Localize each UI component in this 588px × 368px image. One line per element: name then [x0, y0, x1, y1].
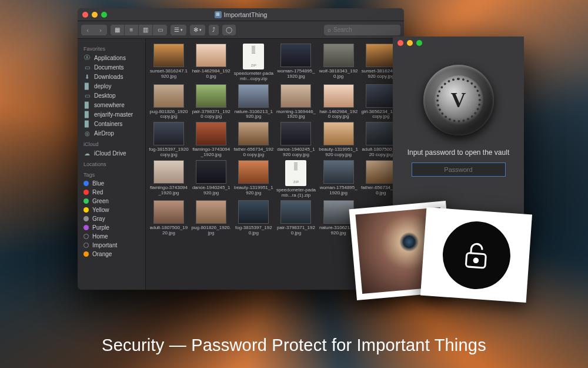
file-item[interactable]: sunset-3816247.1920.jpg — [148, 44, 189, 82]
view-icon-button[interactable]: ▦ — [111, 25, 125, 35]
sidebar-item-label: Gray — [92, 216, 105, 222]
tags-button[interactable]: ◯ — [222, 25, 236, 35]
sidebar-item-desktop[interactable]: ▭Desktop — [78, 91, 145, 100]
search-input[interactable] — [333, 26, 397, 33]
finder-sidebar: Favorites ⒶApplications▭Documents⬇Downlo… — [78, 39, 146, 290]
search-icon: ⌕ — [328, 26, 331, 33]
file-name: woman-1754895_1920.jpg — [276, 69, 316, 79]
sidebar-item-airdrop[interactable]: ◎AirDrop — [78, 128, 145, 138]
share-button[interactable]: ⤴ — [209, 25, 219, 35]
sidebar-item-label: Orange — [92, 251, 112, 257]
sidebar-item-deploy[interactable]: ▉deploy — [78, 81, 145, 91]
sidebar-item-label: Red — [92, 189, 103, 195]
file-name: pug-801826_1920.jpg — [191, 226, 231, 236]
traffic-lights — [82, 12, 107, 18]
image-thumbnail — [323, 160, 354, 184]
sidebar-item-label: enjarify-master — [94, 111, 133, 118]
view-gallery-button[interactable]: ▭ — [153, 25, 167, 35]
search-box[interactable]: ⌕ — [324, 25, 400, 35]
action-button[interactable]: ✻ ▾ — [190, 25, 205, 35]
finder-titlebar: ⊞ ImportantThing — [78, 8, 404, 21]
file-item[interactable]: speedometer-padamb...copy.zip — [233, 44, 274, 82]
sidebar-item-icloud-drive[interactable]: ☁iCloud Drive — [78, 148, 145, 158]
sidebar-tag-yellow[interactable]: Yellow — [78, 205, 145, 214]
arrange-button[interactable]: ☰ ▾ — [171, 25, 186, 35]
sidebar-item-containers[interactable]: ▉Containers — [78, 119, 145, 128]
file-item[interactable]: hair-1462984_1920 copy.jpg — [318, 84, 359, 120]
sidebar-tag-home[interactable]: Home — [78, 232, 145, 241]
sidebar-item-label: Documents — [94, 64, 124, 71]
sidebar-item-label: iCloud Drive — [94, 150, 126, 157]
image-thumbnail — [280, 44, 311, 67]
sidebar-tag-orange[interactable]: Orange — [78, 250, 145, 258]
file-item[interactable]: fog-3815397_1920 copy.jpg — [148, 122, 189, 158]
file-item[interactable]: dance-1940245_1920.jpg — [191, 160, 232, 198]
nav-buttons: ‹ › — [81, 25, 107, 35]
file-item[interactable]: hair-1462984_1920.jpg — [191, 44, 232, 82]
apps-icon: Ⓐ — [83, 54, 91, 61]
vault-maximize-button[interactable] — [416, 40, 422, 46]
file-item[interactable]: beauty-1319951_1920 copy.jpg — [318, 122, 359, 158]
file-name: nature-3106213_1920.jpg — [233, 110, 273, 120]
sidebar-tag-purple[interactable]: Purple — [78, 223, 145, 232]
image-thumbnail — [280, 84, 311, 108]
file-item[interactable]: fog-3815397_1920.jpg — [233, 200, 274, 236]
sidebar-item-label: Containers — [94, 121, 122, 127]
file-item[interactable]: pair-3798371_1920.jpg — [275, 200, 316, 236]
lock-circle — [440, 219, 513, 291]
file-item[interactable]: pug-801826_1920 copy.jpg — [148, 84, 189, 120]
window-title-text: ImportantThing — [224, 11, 268, 18]
sidebar-item-applications[interactable]: ⒶApplications — [78, 53, 145, 62]
sidebar-item-label: Downloads — [94, 74, 123, 80]
sidebar-item-downloads[interactable]: ⬇Downloads — [78, 72, 145, 81]
file-item[interactable]: father-656734_1920 copy.jpg — [233, 122, 274, 158]
sidebar-tag-red[interactable]: Red — [78, 188, 145, 197]
image-thumbnail — [280, 122, 311, 145]
file-name: woman-1754895_1920.jpg — [319, 185, 359, 196]
tag-dot-icon — [83, 216, 89, 221]
image-thumbnail — [323, 84, 354, 108]
sidebar-tag-blue[interactable]: Blue — [78, 179, 145, 188]
sidebar-section-icloud: iCloud — [78, 138, 145, 148]
file-item[interactable]: adult-1807500_1920.jpg — [148, 200, 189, 236]
sidebar-item-enjarify-master[interactable]: ▉enjarify-master — [78, 110, 145, 119]
tag-dot-icon — [83, 207, 89, 213]
folder-icon: ▉ — [83, 111, 91, 118]
maximize-button[interactable] — [101, 12, 107, 18]
file-item[interactable]: beauty-1319951_1920.jpg — [233, 160, 274, 198]
image-thumbnail — [280, 200, 311, 224]
vault-password-input[interactable] — [412, 163, 506, 177]
view-column-button[interactable]: ▥ — [139, 25, 153, 35]
window-title: ⊞ ImportantThing — [78, 11, 404, 18]
vault-close-button[interactable] — [397, 40, 403, 46]
vault-dial-icon: V — [423, 65, 494, 135]
down-icon: ⬇ — [83, 73, 91, 80]
back-button[interactable]: ‹ — [81, 25, 94, 35]
sidebar-section-tags: Tags — [78, 168, 145, 179]
sidebar-item-somewhere[interactable]: ▉somewhere — [78, 100, 145, 110]
sidebar-tag-green[interactable]: Green — [78, 197, 145, 205]
file-item[interactable]: speedometer-padamb...ra (1).zip — [275, 160, 316, 198]
file-item[interactable]: dance-1940245_1920 copy.jpg — [275, 122, 316, 158]
file-item[interactable]: woman-1754895_1920.jpg — [318, 160, 359, 198]
sidebar-item-documents[interactable]: ▭Documents — [78, 62, 145, 72]
minimize-button[interactable] — [92, 12, 98, 18]
file-item[interactable]: nature-3106213_1920.jpg — [233, 84, 274, 120]
image-thumbnail — [366, 122, 396, 145]
sidebar-tag-gray[interactable]: Gray — [78, 214, 145, 223]
file-item[interactable]: pair-3798371_1920 copy.jpg — [191, 84, 232, 120]
image-thumbnail — [153, 122, 184, 145]
file-item[interactable]: woman-1754895_1920.jpg — [275, 44, 316, 82]
vault-minimize-button[interactable] — [407, 40, 413, 46]
file-item[interactable]: wolf-3818343_1920.jpg — [318, 44, 359, 82]
sidebar-tag-important[interactable]: Important — [78, 241, 145, 250]
forward-button[interactable]: › — [94, 25, 107, 35]
finder-toolbar: ‹ › ▦ ≡ ▥ ▭ ☰ ▾ ✻ ▾ ⤴ ◯ ⌕ — [78, 21, 404, 39]
view-list-button[interactable]: ≡ — [125, 25, 139, 35]
file-item[interactable]: flamingo-3743094_1920.jpg — [148, 160, 189, 198]
image-thumbnail — [238, 84, 269, 108]
close-button[interactable] — [82, 12, 88, 18]
file-item[interactable]: morning-1369446_1920.jpg — [275, 84, 316, 120]
file-item[interactable]: pug-801826_1920.jpg — [191, 200, 232, 236]
file-item[interactable]: flamingo-3743094_1920.jpg — [191, 122, 232, 158]
